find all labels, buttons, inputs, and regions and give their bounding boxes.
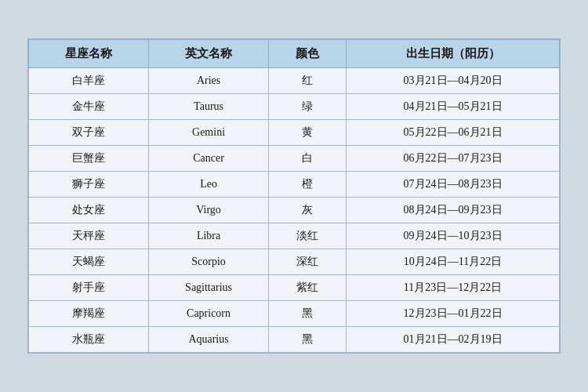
cell-english: Sagittarius <box>149 275 269 301</box>
table-row: 巨蟹座Cancer白06月22日—07月23日 <box>29 146 560 172</box>
table-row: 金牛座Taurus绿04月21日—05月21日 <box>29 94 560 120</box>
cell-english: Taurus <box>149 94 269 120</box>
cell-chinese: 处女座 <box>29 198 149 223</box>
cell-chinese: 白羊座 <box>29 68 149 94</box>
cell-color: 灰 <box>269 198 347 223</box>
cell-dates: 10月24日—11月22日 <box>347 249 560 275</box>
cell-color: 橙 <box>269 172 347 198</box>
table-row: 天秤座Libra淡红09月24日—10月23日 <box>29 223 560 249</box>
cell-english: Libra <box>149 223 269 249</box>
cell-dates: 05月22日—06月21日 <box>347 120 560 146</box>
table-row: 双子座Gemini黄05月22日—06月21日 <box>29 120 560 146</box>
cell-color: 淡红 <box>269 223 347 249</box>
cell-color: 黑 <box>269 301 347 327</box>
table-row: 白羊座Aries红03月21日—04月20日 <box>29 68 560 94</box>
cell-english: Aquarius <box>149 327 269 353</box>
cell-english: Leo <box>149 172 269 198</box>
cell-dates: 08月24日—09月23日 <box>347 198 560 223</box>
cell-english: Virgo <box>149 198 269 223</box>
cell-dates: 01月21日—02月19日 <box>347 327 560 353</box>
cell-chinese: 天秤座 <box>29 223 149 249</box>
cell-dates: 06月22日—07月23日 <box>347 146 560 172</box>
cell-dates: 03月21日—04月20日 <box>347 68 560 94</box>
cell-chinese: 水瓶座 <box>29 327 149 353</box>
cell-chinese: 巨蟹座 <box>29 146 149 172</box>
cell-dates: 09月24日—10月23日 <box>347 223 560 249</box>
cell-color: 深红 <box>269 249 347 275</box>
table-body: 白羊座Aries红03月21日—04月20日金牛座Taurus绿04月21日—0… <box>29 68 560 353</box>
col-header-dates: 出生日期（阳历） <box>347 40 560 68</box>
table-row: 射手座Sagittarius紫红11月23日—12月22日 <box>29 275 560 301</box>
zodiac-table-container: 星座名称 英文名称 颜色 出生日期（阳历） 白羊座Aries红03月21日—04… <box>27 38 561 354</box>
cell-chinese: 双子座 <box>29 120 149 146</box>
table-row: 处女座Virgo灰08月24日—09月23日 <box>29 198 560 223</box>
table-row: 水瓶座Aquarius黑01月21日—02月19日 <box>29 327 560 353</box>
cell-chinese: 狮子座 <box>29 172 149 198</box>
cell-dates: 04月21日—05月21日 <box>347 94 560 120</box>
cell-dates: 11月23日—12月22日 <box>347 275 560 301</box>
table-row: 狮子座Leo橙07月24日—08月23日 <box>29 172 560 198</box>
cell-chinese: 天蝎座 <box>29 249 149 275</box>
cell-english: Aries <box>149 68 269 94</box>
cell-chinese: 射手座 <box>29 275 149 301</box>
cell-dates: 07月24日—08月23日 <box>347 172 560 198</box>
cell-color: 黄 <box>269 120 347 146</box>
cell-chinese: 摩羯座 <box>29 301 149 327</box>
col-header-chinese: 星座名称 <box>29 40 149 68</box>
cell-color: 黑 <box>269 327 347 353</box>
cell-english: Gemini <box>149 120 269 146</box>
col-header-color: 颜色 <box>269 40 347 68</box>
cell-color: 红 <box>269 68 347 94</box>
table-row: 天蝎座Scorpio深红10月24日—11月22日 <box>29 249 560 275</box>
zodiac-table: 星座名称 英文名称 颜色 出生日期（阳历） 白羊座Aries红03月21日—04… <box>28 39 560 353</box>
cell-english: Scorpio <box>149 249 269 275</box>
col-header-english: 英文名称 <box>149 40 269 68</box>
cell-english: Cancer <box>149 146 269 172</box>
table-row: 摩羯座Capricorn黑12月23日—01月22日 <box>29 301 560 327</box>
cell-dates: 12月23日—01月22日 <box>347 301 560 327</box>
cell-english: Capricorn <box>149 301 269 327</box>
cell-chinese: 金牛座 <box>29 94 149 120</box>
cell-color: 绿 <box>269 94 347 120</box>
table-header-row: 星座名称 英文名称 颜色 出生日期（阳历） <box>29 40 560 68</box>
cell-color: 紫红 <box>269 275 347 301</box>
cell-color: 白 <box>269 146 347 172</box>
